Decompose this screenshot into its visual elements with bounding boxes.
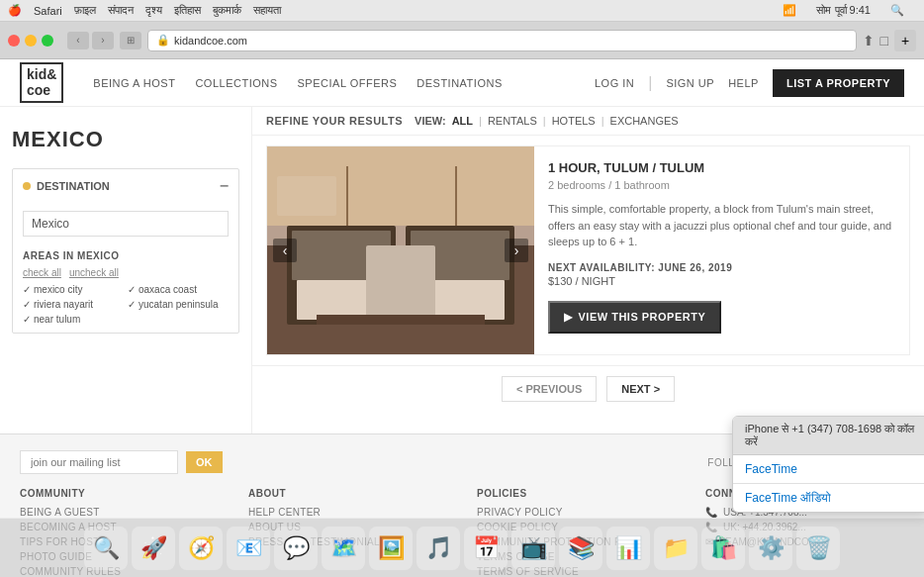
forward-button[interactable]: › bbox=[92, 32, 114, 49]
dock-safari[interactable]: 🧭 bbox=[179, 527, 223, 570]
prev-page-button[interactable]: < PREVIOUS bbox=[502, 376, 597, 402]
dock-calendar[interactable]: 📅 bbox=[464, 527, 508, 570]
mac-file[interactable]: फ़ाइल bbox=[74, 4, 96, 17]
email-input[interactable] bbox=[20, 450, 178, 474]
dock-appstore[interactable]: 🛍️ bbox=[701, 527, 745, 570]
phone-icon: 📞 bbox=[705, 507, 717, 518]
mac-view[interactable]: दृश्य bbox=[145, 4, 162, 17]
mac-history[interactable]: इतिहास bbox=[174, 4, 201, 17]
dock-numbers[interactable]: 📊 bbox=[606, 527, 650, 570]
traffic-lights bbox=[8, 35, 53, 47]
check-all-link[interactable]: check all bbox=[23, 267, 61, 278]
view-options: ALL | RENTALS | HOTELS | EXCHANGES bbox=[452, 115, 679, 127]
browser-chrome: ‹ › ⊞ 🔒 kidandcoe.com ⬆ □ + bbox=[0, 22, 924, 59]
svg-rect-9 bbox=[317, 315, 485, 325]
view-property-button[interactable]: ▶ VIEW THIS PROPERTY bbox=[548, 301, 721, 334]
check-icon: ✓ bbox=[23, 314, 31, 325]
nav-log-in[interactable]: LOG IN bbox=[595, 77, 634, 89]
new-tab-button[interactable]: + bbox=[894, 30, 916, 51]
ok-button[interactable]: OK bbox=[186, 451, 223, 473]
results-area: REFINE YOUR RESULTS VIEW: ALL | RENTALS … bbox=[252, 107, 924, 433]
dock-messages[interactable]: 💬 bbox=[274, 527, 318, 570]
link-privacy-policy[interactable]: PRIVACY POLICY bbox=[477, 507, 676, 518]
dock-photos[interactable]: 🖼️ bbox=[369, 527, 413, 570]
bookmark-icon[interactable]: □ bbox=[880, 33, 888, 48]
nav-being-a-host[interactable]: BEING A HOST bbox=[93, 77, 175, 89]
dock-files[interactable]: 📁 bbox=[654, 527, 697, 570]
nav-collections[interactable]: COLLECTIONS bbox=[195, 77, 277, 89]
destination-section: DESTINATION − AREAS IN MEXICO check all … bbox=[12, 168, 239, 334]
area-item-riviera[interactable]: ✓ riviera nayarit bbox=[23, 299, 112, 310]
browser-actions: ⬆ □ bbox=[863, 33, 888, 48]
dock-tv[interactable]: 📺 bbox=[511, 527, 555, 570]
mac-search-icon[interactable]: 🔍 bbox=[890, 4, 904, 17]
image-prev-arrow[interactable]: ‹ bbox=[273, 239, 297, 262]
dock-trash[interactable]: 🗑️ bbox=[796, 527, 840, 570]
mac-apple-icon: 🍎 bbox=[8, 4, 22, 17]
area-item-mexico-city[interactable]: ✓ mexico city bbox=[23, 284, 112, 295]
property-subtitle: 2 bedrooms / 1 bathroom bbox=[548, 179, 895, 191]
mac-bookmarks[interactable]: बुकमार्क bbox=[213, 4, 241, 17]
dock-launchpad[interactable]: 🚀 bbox=[132, 527, 175, 570]
destination-header: DESTINATION − bbox=[13, 169, 238, 203]
popup-header: iPhone से +1 (347) 708-1698 को कॉल करें bbox=[733, 417, 924, 455]
mac-time: सोम पूर्वा 9:41 bbox=[816, 4, 871, 17]
dock-books[interactable]: 📚 bbox=[559, 527, 602, 570]
lock-icon: 🔒 bbox=[156, 34, 170, 47]
arrow-icon: ▶ bbox=[564, 311, 573, 324]
area-list: ✓ mexico city ✓ oaxaca coast ✓ riviera n… bbox=[13, 284, 238, 333]
facetime-video-option[interactable]: FaceTime bbox=[733, 455, 924, 483]
link-being-guest[interactable]: BEING A GUEST bbox=[20, 507, 219, 518]
tab-view-button[interactable]: ⊞ bbox=[120, 32, 141, 49]
dock-finder[interactable]: 🔍 bbox=[84, 527, 128, 570]
nav-special-offers[interactable]: SPECIAL OFFERS bbox=[298, 77, 398, 89]
view-all-button[interactable]: ALL bbox=[452, 115, 473, 127]
property-availability: NEXT AVAILABILITY: JUNE 26, 2019 bbox=[548, 262, 895, 273]
collapse-destination-button[interactable]: − bbox=[220, 177, 229, 195]
mac-wifi-icon: 📶 bbox=[783, 4, 796, 17]
view-exchanges-button[interactable]: EXCHANGES bbox=[610, 115, 679, 127]
nav-right: LOG IN | SIGN UP HELP LIST A PROPERTY bbox=[595, 69, 904, 97]
link-help-center[interactable]: HELP CENTER bbox=[248, 507, 447, 518]
nav-sign-up[interactable]: SIGN UP bbox=[666, 77, 714, 89]
mac-edit[interactable]: संपादन bbox=[108, 4, 134, 17]
view-btn-label: VIEW THIS PROPERTY bbox=[579, 311, 706, 323]
minimize-icon[interactable] bbox=[25, 35, 37, 47]
property-photo bbox=[267, 146, 534, 354]
dock-mail[interactable]: 📧 bbox=[227, 527, 270, 570]
site-logo[interactable]: kid& coe bbox=[20, 62, 63, 103]
sidebar: MEXICO DESTINATION − AREAS IN MEXICO che… bbox=[0, 107, 252, 433]
mac-help[interactable]: सहायता bbox=[253, 4, 281, 17]
share-icon[interactable]: ⬆ bbox=[863, 33, 875, 48]
view-rentals-button[interactable]: RENTALS bbox=[488, 115, 537, 127]
area-label: mexico city bbox=[34, 284, 82, 295]
facetime-audio-option[interactable]: FaceTime ऑडियो bbox=[733, 484, 924, 512]
area-item-yucatan[interactable]: ✓ yucatan peninsula bbox=[128, 299, 219, 310]
url-bar[interactable]: 🔒 kidandcoe.com bbox=[147, 30, 857, 51]
dock-music[interactable]: 🎵 bbox=[416, 527, 460, 570]
close-icon[interactable] bbox=[8, 35, 20, 47]
area-label: yucatan peninsula bbox=[139, 299, 219, 310]
view-label: VIEW: bbox=[415, 115, 446, 127]
check-icon: ✓ bbox=[23, 299, 31, 310]
nav-destinations[interactable]: DESTINATIONS bbox=[416, 77, 502, 89]
property-price: $130 / NIGHT bbox=[548, 275, 895, 287]
area-item-tulum[interactable]: ✓ near tulum bbox=[23, 314, 112, 325]
property-image: ‹ › bbox=[267, 146, 534, 354]
nav-help[interactable]: HELP bbox=[728, 77, 759, 89]
mac-safari[interactable]: Safari bbox=[34, 5, 62, 17]
phone-popup: iPhone से +1 (347) 708-1698 को कॉल करें … bbox=[732, 416, 924, 513]
dock-settings[interactable]: ⚙️ bbox=[749, 527, 792, 570]
check-links: check all uncheck all bbox=[13, 265, 238, 284]
dock-maps[interactable]: 🗺️ bbox=[322, 527, 365, 570]
uncheck-all-link[interactable]: uncheck all bbox=[69, 267, 119, 278]
image-next-arrow[interactable]: › bbox=[505, 239, 528, 262]
list-property-button[interactable]: LIST A PROPERTY bbox=[773, 69, 904, 97]
area-item-oaxaca[interactable]: ✓ oaxaca coast bbox=[128, 284, 217, 295]
next-page-button[interactable]: NEXT > bbox=[606, 376, 675, 402]
back-button[interactable]: ‹ bbox=[67, 32, 89, 49]
view-hotels-button[interactable]: HOTELS bbox=[552, 115, 596, 127]
maximize-icon[interactable] bbox=[42, 35, 53, 47]
destination-input[interactable] bbox=[23, 211, 229, 237]
dock: 🔍 🚀 🧭 📧 💬 🗺️ 🖼️ 🎵 📅 📺 📚 📊 📁 🛍️ ⚙️ 🗑️ bbox=[0, 518, 924, 577]
